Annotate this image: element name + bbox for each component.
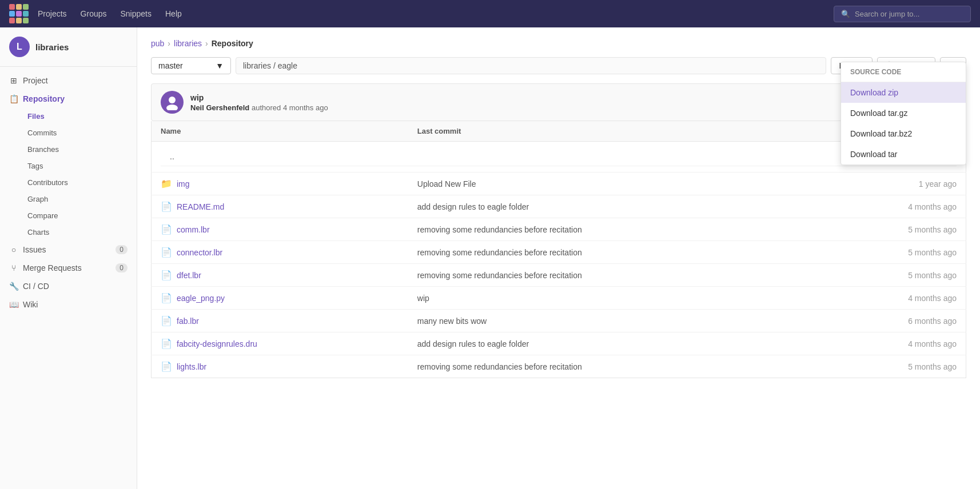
- sidebar-item-branches[interactable]: Branches: [18, 141, 137, 158]
- sidebar-item-ci-cd[interactable]: 🔧 CI / CD: [0, 277, 137, 295]
- file-name-link[interactable]: 📄 README.md: [161, 201, 399, 212]
- sidebar-item-issues[interactable]: ○ Issues 0: [0, 241, 137, 259]
- chevron-down-icon: ▼: [216, 61, 224, 70]
- file-name-link[interactable]: 📁 img: [161, 178, 399, 189]
- commit-meta: Neil Gershenfeld authored 4 months ago: [190, 103, 328, 112]
- file-name-link[interactable]: 📄 eagle_png.py: [161, 292, 399, 303]
- file-time-ago: 5 months ago: [816, 218, 966, 241]
- file-time-ago: 4 months ago: [816, 287, 966, 310]
- global-search[interactable]: 🔍 Search or jump to...: [834, 6, 971, 22]
- file-commit-message[interactable]: removing some redundancies before recita…: [417, 225, 582, 234]
- project-icon: ⊞: [9, 76, 18, 85]
- sidebar-item-project[interactable]: ⊞ Project: [0, 71, 137, 90]
- dropdown-item-tar[interactable]: Download tar: [841, 144, 966, 165]
- branch-select[interactable]: master ▼: [151, 57, 231, 74]
- breadcrumb-sep2: ›: [205, 39, 208, 48]
- table-row: 📄 lights.lbr removing some redundancies …: [152, 355, 966, 378]
- file-commit-message[interactable]: many new bits wow: [417, 316, 487, 326]
- commit-author: Neil Gershenfeld: [190, 103, 249, 112]
- file-time-ago: 5 months ago: [816, 241, 966, 264]
- nav-link-projects[interactable]: Projects: [38, 9, 67, 18]
- col-commit: Last commit: [408, 121, 816, 142]
- sidebar-item-label: Issues: [23, 245, 46, 254]
- svg-point-0: [169, 97, 176, 103]
- table-row: 📄 README.md add design rules to eagle fo…: [152, 195, 966, 218]
- file-name-link[interactable]: 📄 fab.lbr: [161, 315, 399, 326]
- table-row: 📄 dfet.lbr removing some redundancies be…: [152, 264, 966, 287]
- file-name-link[interactable]: 📄 comm.lbr: [161, 224, 399, 235]
- sidebar-item-files[interactable]: Files: [18, 108, 137, 125]
- commit-avatar: [161, 91, 184, 114]
- file-name-text: fab.lbr: [177, 316, 199, 326]
- file-name-text: eagle_png.py: [177, 294, 225, 303]
- sidebar-item-label: CI / CD: [23, 282, 49, 291]
- sidebar-nav: ⊞ Project 📋 Repository Files Commits Bra…: [0, 67, 137, 318]
- sidebar-item-wiki[interactable]: 📖 Wiki: [0, 295, 137, 314]
- file-commit-message[interactable]: add design rules to eagle folder: [417, 339, 529, 348]
- issues-icon: ○: [9, 245, 18, 254]
- dropdown-header: Source code: [841, 62, 966, 82]
- merge-requests-icon: ⑂: [9, 263, 18, 272]
- file-commit-message[interactable]: wip: [417, 294, 429, 303]
- file-commit-message[interactable]: removing some redundancies before recita…: [417, 248, 582, 257]
- breadcrumb-libraries[interactable]: libraries: [174, 39, 202, 48]
- sidebar-item-tags[interactable]: Tags: [18, 158, 137, 174]
- file-time-ago: 6 months ago: [816, 310, 966, 332]
- table-row: 📄 comm.lbr removing some redundancies be…: [152, 218, 966, 241]
- file-icon: 📄: [161, 361, 172, 372]
- table-row: 📁 img Upload New File1 year ago: [152, 173, 966, 195]
- dropdown-item-zip[interactable]: Download zip: [841, 82, 966, 103]
- file-commit-message[interactable]: removing some redundancies before recita…: [417, 362, 582, 371]
- nav-link-groups[interactable]: Groups: [81, 9, 107, 18]
- file-name-link[interactable]: 📄 fabcity-designrules.dru: [161, 338, 399, 349]
- sidebar-item-charts[interactable]: Charts: [18, 224, 137, 241]
- file-name-text: dfet.lbr: [177, 271, 201, 280]
- file-time-ago: 5 months ago: [816, 355, 966, 378]
- app-logo[interactable]: [9, 4, 29, 23]
- file-commit-message[interactable]: Upload New File: [417, 179, 476, 189]
- file-name-link[interactable]: 📄 connector.lbr: [161, 247, 399, 258]
- sidebar-item-label: Repository: [23, 94, 65, 103]
- file-name-text: README.md: [177, 202, 224, 211]
- search-placeholder: Search or jump to...: [855, 10, 919, 18]
- file-icon: 📄: [161, 338, 172, 349]
- sidebar-item-compare[interactable]: Compare: [18, 207, 137, 224]
- nav-link-help[interactable]: Help: [165, 9, 182, 18]
- file-icon: 📄: [161, 315, 172, 326]
- main-content: pub › libraries › Repository master ▼ li…: [137, 27, 980, 489]
- file-icon: 📄: [161, 292, 172, 303]
- sidebar: L libraries ⊞ Project 📋 Repository Files…: [0, 27, 137, 489]
- breadcrumb-pub[interactable]: pub: [151, 39, 164, 48]
- search-icon: 🔍: [841, 10, 850, 18]
- sidebar-item-contributors[interactable]: Contributors: [18, 174, 137, 191]
- file-commit-message[interactable]: removing some redundancies before recita…: [417, 271, 582, 280]
- avatar: L: [9, 37, 30, 57]
- breadcrumb: pub › libraries › Repository: [151, 39, 966, 48]
- col-name: Name: [152, 121, 408, 142]
- sidebar-item-graph[interactable]: Graph: [18, 191, 137, 207]
- table-row: 📄 connector.lbr removing some redundanci…: [152, 241, 966, 264]
- sidebar-item-repository[interactable]: 📋 Repository: [0, 90, 137, 108]
- top-navigation: Projects Groups Snippets Help 🔍 Search o…: [0, 0, 980, 27]
- file-time-ago: 4 months ago: [816, 332, 966, 355]
- table-row: 📄 fab.lbr many new bits wow6 months ago: [152, 310, 966, 332]
- dropdown-item-tar-bz2[interactable]: Download tar.bz2: [841, 123, 966, 144]
- table-row: 📄 eagle_png.py wip4 months ago: [152, 287, 966, 310]
- sidebar-item-commits[interactable]: Commits: [18, 125, 137, 141]
- svg-point-1: [166, 105, 178, 110]
- file-name-link[interactable]: 📄 dfet.lbr: [161, 270, 399, 280]
- file-time-ago: 4 months ago: [816, 195, 966, 218]
- dropdown-item-tar-gz[interactable]: Download tar.gz: [841, 103, 966, 123]
- sidebar-item-merge-requests[interactable]: ⑂ Merge Requests 0: [0, 259, 137, 277]
- file-name-link[interactable]: 📄 lights.lbr: [161, 361, 399, 372]
- sidebar-item-label: Wiki: [23, 300, 38, 309]
- folder-icon: 📁: [161, 178, 172, 189]
- issues-badge: 0: [115, 245, 128, 254]
- file-commit-message[interactable]: add design rules to eagle folder: [417, 202, 529, 211]
- table-row: 📄 fabcity-designrules.dru add design rul…: [152, 332, 966, 355]
- sidebar-item-label: Merge Requests: [23, 263, 82, 272]
- repository-icon: 📋: [9, 94, 18, 103]
- parent-dir-link[interactable]: ..: [161, 147, 957, 166]
- file-icon: 📄: [161, 247, 172, 258]
- nav-link-snippets[interactable]: Snippets: [121, 9, 152, 18]
